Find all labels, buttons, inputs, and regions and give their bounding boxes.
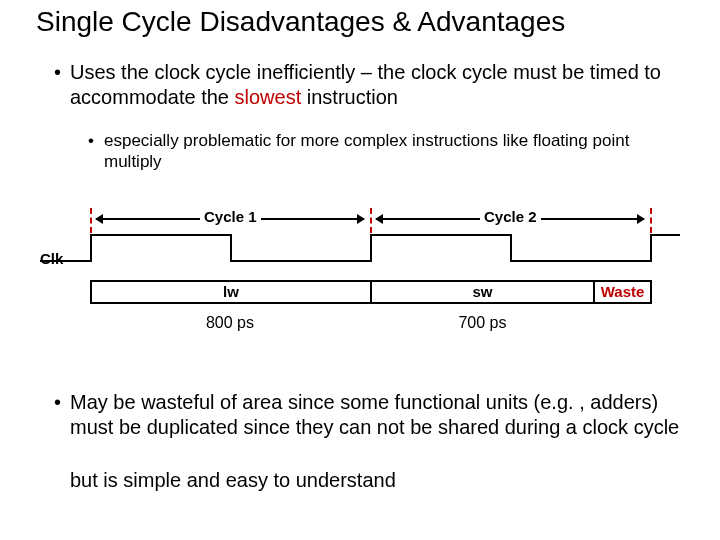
clk-seg xyxy=(510,234,512,262)
clk-seg xyxy=(650,234,680,236)
bullet-dot: • xyxy=(54,390,61,415)
timing-diagram: Clk Cycle 1 Cycle 2 lw sw Waste 800 ps 7… xyxy=(40,200,680,340)
lw-box: lw xyxy=(90,280,372,304)
clk-seg xyxy=(370,234,510,236)
clk-seg xyxy=(650,234,652,262)
bullet-text: but is simple and easy to understand xyxy=(70,469,396,491)
clk-seg xyxy=(230,260,370,262)
slowest-emphasis: slowest xyxy=(235,86,302,108)
bullet-area: • May be wasteful of area since some fun… xyxy=(70,390,680,440)
bullet-simple: but is simple and easy to understand xyxy=(70,468,680,493)
lw-time: 800 ps xyxy=(90,314,370,332)
clk-label: Clk xyxy=(40,250,63,267)
bullet-text-tail: instruction xyxy=(301,86,398,108)
clk-seg xyxy=(370,234,372,262)
bullet-text: May be wasteful of area since some funct… xyxy=(70,391,679,438)
cycle2-label: Cycle 2 xyxy=(480,208,541,225)
clk-seg xyxy=(90,234,230,236)
clk-seg xyxy=(230,234,232,262)
waste-box: Waste xyxy=(593,280,652,304)
bullet-inefficient: • Uses the clock cycle inefficiently – t… xyxy=(70,60,680,110)
slide: Single Cycle Disadvantages & Advantages … xyxy=(0,0,720,540)
slide-title: Single Cycle Disadvantages & Advantages xyxy=(36,6,565,38)
sw-box: sw xyxy=(370,280,595,304)
bullet-text: especially problematic for more complex … xyxy=(104,131,629,171)
bullet-complex: • especially problematic for more comple… xyxy=(104,130,680,173)
bullet-dot: • xyxy=(54,60,61,85)
sw-time: 700 ps xyxy=(370,314,595,332)
clk-seg xyxy=(40,260,90,262)
clk-seg xyxy=(90,234,92,262)
cycle1-label: Cycle 1 xyxy=(200,208,261,225)
bullet-dot: • xyxy=(88,130,94,151)
clk-seg xyxy=(510,260,650,262)
